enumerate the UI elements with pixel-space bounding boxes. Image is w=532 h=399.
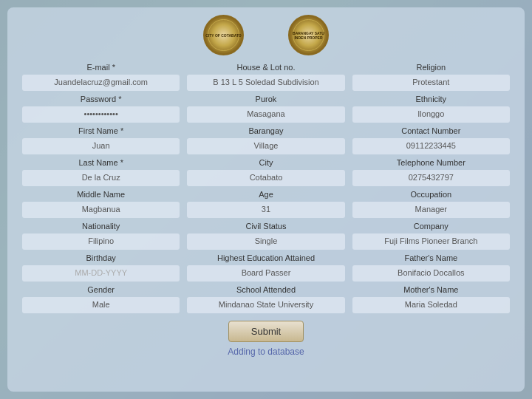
field-label-c0r3: Last Name * (22, 157, 180, 168)
logos-row: CITY OF COTABATO BARANGAY SATU INDEN PRO… (22, 15, 510, 55)
field-value-c0r0[interactable]: Juandelacruz@gmail.com (22, 75, 180, 91)
field-value-c1r3[interactable]: Cotabato (187, 170, 344, 186)
submit-button[interactable]: Submit (228, 321, 304, 342)
field-group-c1r0: House & Lot no.B 13 L 5 Soledad Subdivis… (187, 61, 344, 91)
submit-area: Submit Adding to database (22, 321, 510, 357)
field-label-c0r7: Gender (22, 284, 180, 296)
field-label-c1r4: Age (187, 188, 344, 200)
field-value-c1r2[interactable]: Village (187, 138, 344, 154)
field-group-c2r2: Contact Number09112233445 (352, 125, 510, 154)
form-col-2: House & Lot no.B 13 L 5 Soledad Subdivis… (187, 61, 344, 313)
field-value-c1r1[interactable]: Masagana (187, 106, 344, 123)
field-label-c2r7: Mother's Name (352, 284, 510, 296)
form-col-3: ReligionProtestantEthnicityIlonggoContac… (352, 61, 510, 313)
logo-left: CITY OF COTABATO (203, 15, 244, 55)
field-label-c0r6: Birthday (22, 252, 180, 264)
field-value-c0r3[interactable]: De la Cruz (22, 170, 180, 186)
field-group-c1r6: Highest Education AttainedBoard Passer (187, 252, 344, 282)
field-value-c1r6[interactable]: Board Passer (187, 265, 344, 282)
main-container: CITY OF COTABATO BARANGAY SATU INDEN PRO… (7, 7, 525, 392)
field-group-c0r7: GenderMale (22, 284, 180, 313)
logo-right: BARANGAY SATU INDEN PROPER (288, 15, 329, 55)
field-label-c1r1: Purok (187, 93, 344, 105)
field-group-c1r4: Age31 (187, 188, 344, 218)
field-group-c2r7: Mother's NameMaria Soledad (352, 284, 510, 313)
field-value-c1r7[interactable]: Mindanao State University (187, 297, 344, 313)
field-label-c1r3: City (187, 157, 344, 168)
field-label-c1r0: House & Lot no. (187, 61, 344, 73)
field-value-c0r7[interactable]: Male (22, 297, 180, 313)
field-value-c0r2[interactable]: Juan (22, 138, 180, 154)
field-group-c0r5: NationalityFilipino (22, 220, 180, 250)
field-value-c0r5[interactable]: Filipino (22, 233, 180, 250)
field-value-c2r1[interactable]: Ilonggo (352, 106, 510, 123)
field-value-c1r0[interactable]: B 13 L 5 Soledad Subdivision (187, 75, 344, 91)
field-label-c2r5: Company (352, 220, 510, 232)
field-group-c2r0: ReligionProtestant (352, 61, 510, 91)
field-group-c2r5: CompanyFuji Films Pioneer Branch (352, 220, 510, 250)
field-label-c0r5: Nationality (22, 220, 180, 232)
field-value-c2r5[interactable]: Fuji Films Pioneer Branch (352, 233, 510, 250)
field-group-c2r4: OccupationManager (352, 188, 510, 218)
field-label-c1r2: Barangay (187, 125, 344, 137)
field-group-c1r7: School AttendedMindanao State University (187, 284, 344, 313)
field-label-c0r0: E-mail * (22, 61, 180, 73)
field-group-c0r4: Middle NameMagbanua (22, 188, 180, 218)
field-value-c0r4[interactable]: Magbanua (22, 202, 180, 218)
field-group-c2r1: EthnicityIlonggo (352, 93, 510, 123)
field-label-c0r1: Password * (22, 93, 180, 105)
field-label-c2r6: Father's Name (352, 252, 510, 264)
field-group-c0r3: Last Name *De la Cruz (22, 157, 180, 186)
field-group-c2r6: Father's NameBonifacio Docallos (352, 252, 510, 282)
field-value-c1r5[interactable]: Single (187, 233, 344, 250)
form-grid: E-mail *Juandelacruz@gmail.comPassword *… (22, 61, 510, 313)
field-group-c0r6: BirthdayMM-DD-YYYY (22, 252, 180, 282)
form-col-1: E-mail *Juandelacruz@gmail.comPassword *… (22, 61, 180, 313)
logo-right-text: BARANGAY SATU INDEN PROPER (290, 31, 327, 40)
field-value-c2r7[interactable]: Maria Soledad (352, 297, 510, 313)
field-value-c2r2[interactable]: 09112233445 (352, 138, 510, 154)
field-group-c1r2: BarangayVillage (187, 125, 344, 154)
field-value-c0r1[interactable]: •••••••••••• (22, 106, 180, 123)
field-value-c2r4[interactable]: Manager (352, 202, 510, 218)
field-label-c2r2: Contact Number (352, 125, 510, 137)
field-value-c2r3[interactable]: 0275432797 (352, 170, 510, 186)
field-value-c1r4[interactable]: 31 (187, 202, 344, 218)
field-value-c2r0[interactable]: Protestant (352, 75, 510, 91)
field-label-c2r3: Telephone Number (352, 157, 510, 168)
field-group-c0r1: Password *•••••••••••• (22, 93, 180, 123)
field-group-c1r3: CityCotabato (187, 157, 344, 186)
field-group-c0r0: E-mail *Juandelacruz@gmail.com (22, 61, 180, 91)
field-group-c1r1: PurokMasagana (187, 93, 344, 123)
field-value-c2r6[interactable]: Bonifacio Docallos (352, 265, 510, 282)
field-label-c2r4: Occupation (352, 188, 510, 200)
field-label-c2r0: Religion (352, 61, 510, 73)
adding-label: Adding to database (228, 347, 304, 357)
field-label-c2r1: Ethnicity (352, 93, 510, 105)
field-label-c0r2: First Name * (22, 125, 180, 137)
field-label-c1r7: School Attended (187, 284, 344, 296)
field-group-c0r2: First Name *Juan (22, 125, 180, 154)
logo-left-text: CITY OF COTABATO (205, 33, 242, 38)
field-value-c0r6[interactable]: MM-DD-YYYY (22, 265, 180, 282)
field-group-c2r3: Telephone Number0275432797 (352, 157, 510, 186)
field-label-c1r5: Civil Status (187, 220, 344, 232)
field-label-c0r4: Middle Name (22, 188, 180, 200)
field-group-c1r5: Civil StatusSingle (187, 220, 344, 250)
field-label-c1r6: Highest Education Attained (187, 252, 344, 264)
